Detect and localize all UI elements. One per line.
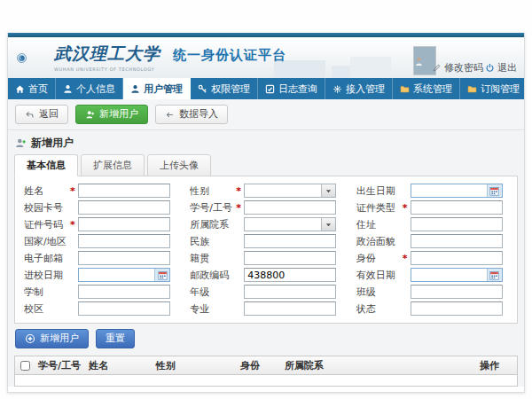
add-user-toolbar-label: 新增用户 xyxy=(99,108,138,121)
column-header: 性别 xyxy=(153,359,237,372)
tab-1[interactable]: 扩展信息 xyxy=(81,154,145,176)
calendar-icon[interactable] xyxy=(487,269,502,281)
form-actions: 新增用户 重置 xyxy=(8,324,524,354)
reset-button[interactable]: 重置 xyxy=(96,329,135,348)
field-input[interactable] xyxy=(411,285,503,299)
table-header: 学号/工号姓名性别身份所属院系操作 xyxy=(14,356,518,375)
panel-title-text: 新增用户 xyxy=(31,136,74,151)
form-field: 进校日期 xyxy=(17,268,183,282)
add-user-toolbar-button[interactable]: 新增用户 xyxy=(75,105,148,124)
submit-label: 新增用户 xyxy=(40,332,79,345)
nav-item-0[interactable]: 首页 xyxy=(8,78,56,99)
field-input[interactable] xyxy=(78,184,170,198)
nav-item-label: 订阅管理 xyxy=(481,82,520,96)
select-all-checkbox[interactable] xyxy=(20,361,30,371)
field-label: 证件号码 xyxy=(24,218,70,231)
field-input[interactable] xyxy=(78,217,170,231)
folder-icon xyxy=(467,84,477,94)
date-input[interactable] xyxy=(79,269,154,281)
required-marker: * xyxy=(236,185,244,197)
platform-title: 统一身份认证平台 xyxy=(173,47,286,64)
logout-link[interactable]: 退出 xyxy=(485,61,517,74)
field-label: 专业 xyxy=(190,302,236,316)
field-input[interactable] xyxy=(411,234,503,248)
university-name: 武汉理工大学 xyxy=(54,43,160,66)
form-field: 学号/工号* xyxy=(183,200,348,215)
field-label: 证件类型 xyxy=(356,201,403,215)
calendar-icon[interactable] xyxy=(154,269,169,281)
form-field: 学制 xyxy=(17,285,183,299)
tab-0[interactable]: 基本信息 xyxy=(14,154,78,176)
field-label: 住址 xyxy=(356,218,403,231)
form-panel: 姓名*性别*出生日期校园卡号学号/工号*证件类型*证件号码*所属院系住址国家/地… xyxy=(14,176,518,324)
form-field: 身份* xyxy=(349,251,515,265)
field-input[interactable] xyxy=(78,234,170,248)
form-field: 校园卡号 xyxy=(17,200,183,215)
column-header: 所属院系 xyxy=(281,359,476,372)
column-header: 操作 xyxy=(476,359,517,372)
field-input[interactable] xyxy=(244,301,336,316)
back-icon xyxy=(25,110,35,120)
page: { "header": { "university_name": "武汉理工大学… xyxy=(0,0,532,399)
tab-2[interactable]: 上传头像 xyxy=(147,154,211,176)
nav-item-label: 首页 xyxy=(28,82,48,96)
form-field: 性别* xyxy=(183,184,348,198)
nav-item-4[interactable]: 日志查询 xyxy=(258,78,325,99)
person-icon xyxy=(130,84,140,94)
add-user-icon xyxy=(85,110,95,120)
field-label: 姓名 xyxy=(24,184,70,198)
field-label: 出生日期 xyxy=(356,184,403,198)
content: 返回 新增用户 数据导入 新增用户 基本信息扩展信息上传头像 姓名*性别*出生日… xyxy=(8,99,524,387)
nav-item-2[interactable]: 用户管理 xyxy=(123,78,191,99)
change-password-link[interactable]: 修改密码 xyxy=(432,61,483,74)
import-arrow-icon xyxy=(165,110,175,120)
field-select[interactable] xyxy=(244,217,336,231)
field-input[interactable] xyxy=(244,268,336,282)
field-input[interactable] xyxy=(244,251,336,265)
field-label: 学号/工号 xyxy=(190,201,236,215)
form-field: 国家/地区 xyxy=(17,234,183,248)
log-check-icon xyxy=(265,84,275,94)
field-date xyxy=(78,268,170,282)
date-input[interactable] xyxy=(411,269,487,281)
tab-bar: 基本信息扩展信息上传头像 xyxy=(14,154,518,176)
field-input[interactable] xyxy=(78,251,170,265)
field-input[interactable] xyxy=(411,301,503,316)
field-input[interactable] xyxy=(78,301,170,316)
field-label: 校区 xyxy=(24,302,70,316)
field-input[interactable] xyxy=(78,285,170,299)
form-field: 政治面貌 xyxy=(349,234,515,248)
field-input[interactable] xyxy=(244,234,336,248)
app-window: 武汉理工大学 统一身份认证平台 WUHAN UNIVERSITY OF TECH… xyxy=(7,33,525,393)
back-button[interactable]: 返回 xyxy=(15,105,68,124)
nav-item-label: 日志查询 xyxy=(278,82,317,96)
field-input[interactable] xyxy=(411,251,503,265)
field-date xyxy=(411,184,503,198)
university-logo-icon xyxy=(17,42,49,74)
required-marker: * xyxy=(236,202,244,214)
field-input[interactable] xyxy=(411,217,503,231)
field-input[interactable] xyxy=(244,200,336,215)
field-select[interactable] xyxy=(244,184,336,198)
calendar-icon[interactable] xyxy=(487,184,502,197)
required-marker: * xyxy=(403,202,411,214)
nav-item-3[interactable]: 权限管理 xyxy=(191,78,258,99)
nav-item-1[interactable]: 个人信息 xyxy=(56,78,123,99)
date-input[interactable] xyxy=(411,184,487,197)
submit-add-user-button[interactable]: 新增用户 xyxy=(15,329,89,348)
field-label: 政治面貌 xyxy=(356,235,403,248)
chevron-down-icon xyxy=(321,184,335,197)
user-table: 学号/工号姓名性别身份所属院系操作 xyxy=(14,356,518,387)
change-password-label: 修改密码 xyxy=(444,61,483,74)
nav-item-5[interactable]: 接入管理 xyxy=(325,78,393,99)
field-input[interactable] xyxy=(244,285,336,299)
data-import-button[interactable]: 数据导入 xyxy=(155,105,228,124)
field-input[interactable] xyxy=(411,200,503,215)
nav-item-6[interactable]: 系统管理 xyxy=(393,78,460,99)
power-icon xyxy=(485,63,495,73)
nav-item-7[interactable]: 订阅管理 xyxy=(460,78,528,99)
user-plus-icon xyxy=(15,137,27,149)
required-marker: * xyxy=(70,185,78,197)
form-field: 出生日期 xyxy=(349,184,515,198)
field-input[interactable] xyxy=(78,200,170,215)
